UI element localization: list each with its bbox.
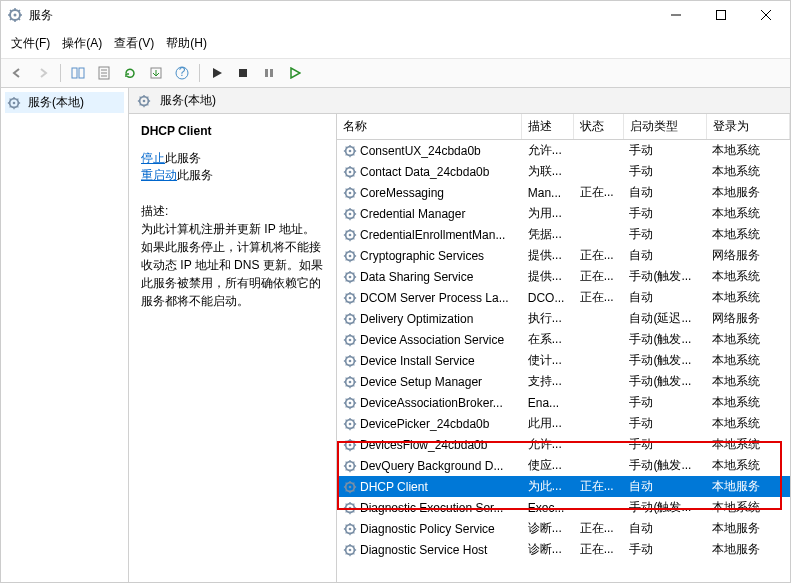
service-row[interactable]: DevicePicker_24cbda0b此用...手动本地系统 xyxy=(337,413,790,434)
help-button[interactable]: ? xyxy=(170,62,194,84)
svg-rect-2 xyxy=(716,11,725,20)
service-name: Diagnostic Policy Service xyxy=(360,522,495,536)
service-name: DevQuery Background D... xyxy=(360,459,503,473)
svg-rect-3 xyxy=(72,68,77,78)
stop-service-button[interactable] xyxy=(231,62,255,84)
menu-action[interactable]: 操作(A) xyxy=(58,33,106,54)
gear-icon xyxy=(343,291,357,305)
cell-status: 正在... xyxy=(574,287,624,308)
forward-button[interactable] xyxy=(31,62,55,84)
service-row[interactable]: Diagnostic Execution Ser...Exec...手动(触发.… xyxy=(337,497,790,518)
col-logon[interactable]: 登录为 xyxy=(706,114,789,140)
service-name: Device Install Service xyxy=(360,354,475,368)
service-row[interactable]: Delivery Optimization执行...自动(延迟...网络服务 xyxy=(337,308,790,329)
service-row[interactable]: DevicesFlow_24cbda0b允许...手动本地系统 xyxy=(337,434,790,455)
desc-label: 描述: xyxy=(141,202,324,220)
service-row[interactable]: Contact Data_24cbda0b为联...手动本地系统 xyxy=(337,161,790,182)
service-row[interactable]: DCOM Server Process La...DCO...正在...自动本地… xyxy=(337,287,790,308)
svg-rect-11 xyxy=(270,69,273,77)
cell-desc: 提供... xyxy=(522,245,574,266)
service-row[interactable]: DevQuery Background D...使应...手动(触发...本地系… xyxy=(337,455,790,476)
cell-desc: 允许... xyxy=(522,434,574,455)
service-row[interactable]: Cryptographic Services提供...正在...自动网络服务 xyxy=(337,245,790,266)
gear-icon xyxy=(343,354,357,368)
menu-help[interactable]: 帮助(H) xyxy=(162,33,211,54)
cell-status xyxy=(574,455,624,476)
gear-icon xyxy=(343,417,357,431)
cell-logon: 本地系统 xyxy=(706,392,789,413)
cell-logon: 本地服务 xyxy=(706,182,789,203)
cell-startup: 手动(触发... xyxy=(623,455,706,476)
col-startup[interactable]: 启动类型 xyxy=(623,114,706,140)
properties-button[interactable] xyxy=(92,62,116,84)
service-row[interactable]: Data Sharing Service提供...正在...手动(触发...本地… xyxy=(337,266,790,287)
cell-status: 正在... xyxy=(574,539,624,560)
service-row[interactable]: Diagnostic Service Host诊断...正在...手动本地服务 xyxy=(337,539,790,560)
menu-file[interactable]: 文件(F) xyxy=(7,33,54,54)
cell-logon: 本地系统 xyxy=(706,455,789,476)
cell-startup: 手动(触发... xyxy=(623,266,706,287)
separator xyxy=(199,64,200,82)
cell-status xyxy=(574,140,624,162)
cell-status: 正在... xyxy=(574,245,624,266)
cell-desc: 此用... xyxy=(522,413,574,434)
cell-logon: 本地服务 xyxy=(706,518,789,539)
stop-link[interactable]: 停止 xyxy=(141,151,165,165)
back-button[interactable] xyxy=(5,62,29,84)
service-row[interactable]: CredentialEnrollmentMan...凭据...手动本地系统 xyxy=(337,224,790,245)
gear-icon xyxy=(343,165,357,179)
separator xyxy=(60,64,61,82)
service-row[interactable]: Diagnostic Policy Service诊断...正在...自动本地服… xyxy=(337,518,790,539)
service-row[interactable]: ConsentUX_24cbda0b允许...手动本地系统 xyxy=(337,140,790,162)
title-bar: 服务 xyxy=(1,1,790,29)
cell-startup: 手动(触发... xyxy=(623,497,706,518)
cell-status xyxy=(574,161,624,182)
service-row[interactable]: Credential Manager为用...手动本地系统 xyxy=(337,203,790,224)
cell-startup: 手动 xyxy=(623,392,706,413)
restart-link[interactable]: 重启动 xyxy=(141,168,177,182)
service-name: DevicePicker_24cbda0b xyxy=(360,417,489,431)
cell-logon: 本地系统 xyxy=(706,371,789,392)
maximize-button[interactable] xyxy=(698,1,743,29)
cell-status xyxy=(574,497,624,518)
pause-service-button[interactable] xyxy=(257,62,281,84)
service-row[interactable]: CoreMessagingMan...正在...自动本地服务 xyxy=(337,182,790,203)
svg-rect-10 xyxy=(265,69,268,77)
close-button[interactable] xyxy=(743,1,788,29)
cell-desc: Ena... xyxy=(522,392,574,413)
cell-logon: 本地系统 xyxy=(706,434,789,455)
col-name[interactable]: 名称 xyxy=(337,114,522,140)
service-name: Device Association Service xyxy=(360,333,504,347)
service-row[interactable]: Device Setup Manager支持...手动(触发...本地系统 xyxy=(337,371,790,392)
service-name: Credential Manager xyxy=(360,207,465,221)
col-desc[interactable]: 描述 xyxy=(522,114,574,140)
service-list[interactable]: 名称 描述 状态 启动类型 登录为 ConsentUX_24cbda0b允许..… xyxy=(337,114,790,583)
export-button[interactable] xyxy=(144,62,168,84)
svg-text:?: ? xyxy=(179,66,186,79)
service-row[interactable]: DHCP Client为此...正在...自动本地服务 xyxy=(337,476,790,497)
nav-services-local[interactable]: 服务(本地) xyxy=(5,92,124,113)
gear-icon xyxy=(343,522,357,536)
cell-startup: 手动 xyxy=(623,203,706,224)
cell-desc: 支持... xyxy=(522,371,574,392)
cell-desc: 使应... xyxy=(522,455,574,476)
restart-service-button[interactable] xyxy=(283,62,307,84)
cell-startup: 手动 xyxy=(623,161,706,182)
cell-status xyxy=(574,308,624,329)
service-row[interactable]: DeviceAssociationBroker...Ena...手动本地系统 xyxy=(337,392,790,413)
menu-view[interactable]: 查看(V) xyxy=(110,33,158,54)
service-name: DeviceAssociationBroker... xyxy=(360,396,503,410)
cell-logon: 网络服务 xyxy=(706,245,789,266)
cell-status xyxy=(574,371,624,392)
minimize-button[interactable] xyxy=(653,1,698,29)
start-service-button[interactable] xyxy=(205,62,229,84)
cell-logon: 本地系统 xyxy=(706,224,789,245)
service-row[interactable]: Device Install Service使计...手动(触发...本地系统 xyxy=(337,350,790,371)
gear-icon xyxy=(343,312,357,326)
col-status[interactable]: 状态 xyxy=(574,114,624,140)
svg-rect-9 xyxy=(239,69,247,77)
cell-status xyxy=(574,392,624,413)
refresh-button[interactable] xyxy=(118,62,142,84)
service-row[interactable]: Device Association Service在系...手动(触发...本… xyxy=(337,329,790,350)
detail-view-button[interactable] xyxy=(66,62,90,84)
